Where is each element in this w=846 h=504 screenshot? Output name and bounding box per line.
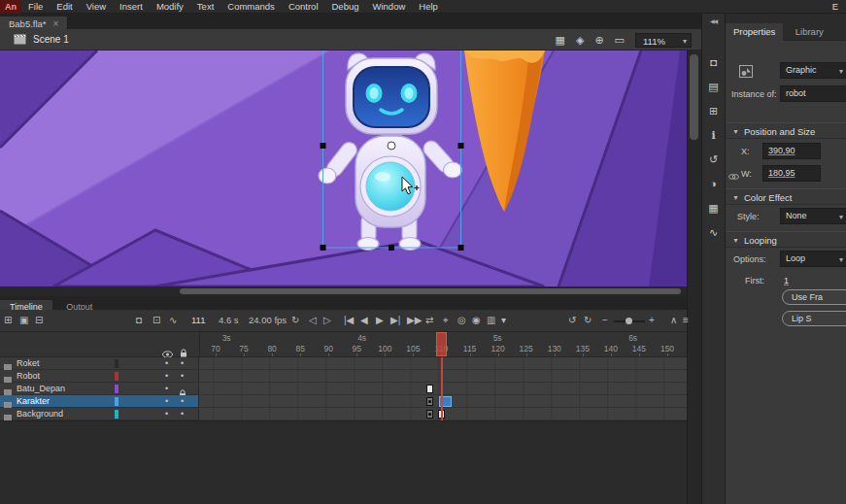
- layer-row-batu_depan[interactable]: Batu_Depan•: [0, 383, 687, 395]
- swatches-panel-icon[interactable]: ▦: [702, 196, 725, 220]
- layer-name-cell[interactable]: Background••: [0, 408, 199, 420]
- collapse-rows-icon[interactable]: ∧: [670, 310, 677, 331]
- zoom-level-dropdown[interactable]: 111% ▾: [635, 33, 692, 48]
- menu-item-window[interactable]: Window: [366, 0, 413, 14]
- loop-playback-icon[interactable]: ↻: [291, 310, 299, 331]
- layer-outline-swatch[interactable]: [115, 359, 118, 368]
- stage-horizontal-scrollbar[interactable]: [0, 286, 687, 296]
- layer-frames-strip[interactable]: [199, 370, 687, 383]
- keyframe-filled[interactable]: [426, 410, 433, 419]
- layer-lock-dot[interactable]: •: [181, 370, 184, 382]
- onion-skin-icon[interactable]: ◎: [457, 310, 466, 331]
- symbol-type-dropdown[interactable]: Graphic ▾: [780, 62, 846, 79]
- center-frame-icon[interactable]: ⌖: [443, 310, 449, 331]
- style-dropdown[interactable]: None ▾: [780, 208, 846, 224]
- layer-visibility-dot[interactable]: •: [165, 383, 168, 394]
- graph-editor-icon[interactable]: ∿: [169, 310, 177, 331]
- zoom-in-icon[interactable]: +: [649, 310, 655, 331]
- properties-panel-icon[interactable]: ▤: [702, 75, 725, 99]
- layer-name-cell[interactable]: Batu_Depan•: [0, 383, 199, 395]
- go-to-first-frame-icon[interactable]: |◀: [344, 310, 354, 331]
- layer-lock-dot[interactable]: •: [181, 408, 184, 420]
- step-back-icon[interactable]: ◁: [309, 310, 317, 331]
- frame-rate-display[interactable]: 24.00 fps: [249, 310, 287, 331]
- zoom-out-icon[interactable]: −: [602, 310, 608, 331]
- collapse-panels-icon[interactable]: ◀◀: [702, 14, 725, 29]
- play-icon[interactable]: ▶: [376, 310, 384, 331]
- stage-vertical-scrollbar[interactable]: [687, 50, 701, 504]
- layer-lock-dot[interactable]: •: [181, 357, 184, 369]
- scene-breadcrumb[interactable]: Scene 1: [33, 34, 69, 45]
- timeline-zoom-slider[interactable]: [614, 320, 645, 322]
- menu-item-help[interactable]: Help: [412, 0, 445, 14]
- selection-handle[interactable]: [321, 245, 326, 251]
- menu-item-control[interactable]: Control: [282, 0, 325, 14]
- app-logo[interactable]: An: [0, 0, 21, 14]
- timeline-ruler[interactable]: 3s4s5s6s70758085909510010511011512012513…: [0, 332, 687, 357]
- layer-parenting-icon[interactable]: ⊡: [152, 310, 160, 331]
- section-looping[interactable]: ▼ Looping: [726, 231, 846, 248]
- previous-frame-icon[interactable]: ◀: [360, 310, 368, 331]
- lip-syncing-button[interactable]: Lip S: [782, 311, 846, 326]
- layer-visibility-dot[interactable]: •: [165, 357, 168, 369]
- timeline-zoom-knob[interactable]: [626, 318, 632, 324]
- tab-properties[interactable]: Properties: [726, 23, 783, 41]
- edit-symbols-icon[interactable]: ◈: [576, 29, 584, 50]
- onion-skin-outlines-icon[interactable]: ◉: [472, 310, 481, 331]
- layer-outline-swatch[interactable]: [115, 385, 118, 393]
- workspace-button[interactable]: E: [832, 0, 846, 14]
- collapse-triangle-icon[interactable]: ▼: [732, 189, 739, 206]
- selection-handle[interactable]: [458, 245, 464, 251]
- new-layer-icon[interactable]: ⊞: [4, 310, 12, 331]
- redo-icon[interactable]: ↻: [584, 310, 592, 331]
- delete-layer-icon[interactable]: ⊟: [35, 310, 43, 331]
- undo-icon[interactable]: ↺: [568, 310, 576, 331]
- elapsed-time-display[interactable]: 4.6 s: [219, 310, 239, 331]
- menu-item-insert[interactable]: Insert: [113, 0, 150, 14]
- keyframe-hollow[interactable]: [426, 385, 433, 393]
- selection-handle[interactable]: [458, 143, 464, 149]
- playhead-marker[interactable]: [436, 332, 447, 356]
- menu-item-view[interactable]: View: [80, 0, 113, 14]
- layer-outline-swatch[interactable]: [115, 372, 118, 381]
- camera-icon[interactable]: ◘: [136, 310, 142, 331]
- menu-item-debug[interactable]: Debug: [325, 0, 366, 14]
- width-value[interactable]: 180,95: [768, 168, 795, 178]
- layer-row-robot[interactable]: Robot••: [0, 370, 687, 383]
- menu-item-commands[interactable]: Commands: [220, 0, 282, 14]
- layer-visibility-dot[interactable]: •: [165, 370, 168, 382]
- current-frame-display[interactable]: 111: [191, 310, 205, 331]
- modify-markers-icon[interactable]: ▾: [501, 310, 506, 331]
- width-field[interactable]: 180,95: [762, 165, 821, 182]
- next-frame-icon[interactable]: ▶|: [390, 310, 400, 331]
- menu-item-modify[interactable]: Modify: [150, 0, 190, 14]
- constrain-proportions-icon[interactable]: [728, 167, 739, 185]
- menu-item-text[interactable]: Text: [190, 0, 220, 14]
- x-position-field[interactable]: 390,90: [762, 143, 821, 159]
- layer-outline-swatch[interactable]: [115, 397, 118, 406]
- collapse-triangle-icon[interactable]: ▼: [732, 232, 739, 249]
- instance-name-field[interactable]: robot: [780, 85, 846, 102]
- layer-visibility-dot[interactable]: •: [165, 395, 168, 407]
- playhead-line[interactable]: [441, 357, 443, 420]
- edit-multiple-frames-icon[interactable]: ▥: [487, 310, 495, 331]
- layer-row-karakter[interactable]: Karakter••: [0, 395, 687, 408]
- horizontal-scroll-thumb[interactable]: [180, 288, 681, 294]
- menu-item-edit[interactable]: Edit: [50, 0, 79, 14]
- layer-frames-strip[interactable]: [199, 357, 687, 370]
- collapse-triangle-icon[interactable]: ▼: [732, 123, 739, 140]
- transform-point[interactable]: [388, 142, 395, 150]
- layer-name-cell[interactable]: Karakter••: [0, 395, 199, 408]
- layer-row-background[interactable]: Background••: [0, 408, 687, 420]
- camera-panel-icon[interactable]: ◘: [702, 50, 725, 75]
- keyframe-filled[interactable]: [426, 397, 433, 406]
- layer-outline-swatch[interactable]: [115, 410, 118, 419]
- go-to-last-frame-icon[interactable]: ▶▶: [407, 310, 422, 331]
- clip-content-outside-stage-icon[interactable]: ▭: [615, 29, 625, 50]
- layer-lock-dot[interactable]: •: [181, 395, 184, 407]
- timeline-menu-icon[interactable]: ≡: [683, 310, 689, 331]
- layer-row-roket[interactable]: Roket••: [0, 357, 687, 370]
- vertical-scroll-thumb[interactable]: [690, 54, 698, 140]
- loop-options-dropdown[interactable]: Loop ▾: [780, 251, 846, 267]
- layer-frames-strip[interactable]: [199, 383, 687, 395]
